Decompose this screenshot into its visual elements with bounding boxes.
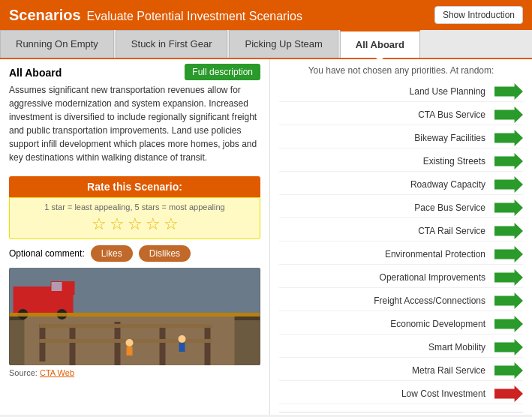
arrow-green-icon — [494, 106, 523, 123]
priority-row: CTA Rail Service — [279, 221, 523, 242]
star-5[interactable]: ☆ — [164, 214, 179, 234]
priority-label: CTA Bus Service — [279, 110, 494, 120]
arrow-green-icon — [494, 83, 523, 100]
arrow-green-icon — [494, 176, 523, 193]
priority-row: Pace Bus Service — [279, 198, 523, 218]
stars-hint: 1 star = least appealing, 5 stars = most… — [14, 202, 255, 212]
priority-row: Metra Rail Service — [279, 361, 523, 381]
legend-row: Less Emphasis More Emphasis — [279, 412, 523, 415]
priority-label: Operational Improvements — [279, 272, 494, 283]
priority-label: Environmental Protection — [279, 249, 494, 260]
arrow-green-icon — [494, 223, 523, 239]
svg-point-16 — [126, 339, 134, 346]
dislikes-button[interactable]: Dislikes — [139, 245, 191, 262]
arrow-red-icon — [494, 386, 523, 402]
arrow-green-icon — [494, 316, 523, 332]
tab-stuck-in-first-gear[interactable]: Stuck in First Gear — [116, 30, 228, 58]
priority-row: Bikeway Facilities — [279, 128, 523, 148]
header: Scenarios Evaluate Potential Investment … — [0, 0, 532, 30]
priority-label: Low Cost Investment — [279, 388, 494, 399]
cta-web-link[interactable]: CTA Web — [40, 368, 74, 377]
svg-rect-17 — [127, 346, 133, 356]
priority-row: Smart Mobility — [279, 338, 523, 358]
svg-rect-6 — [115, 322, 121, 365]
priority-label: Pace Bus Service — [279, 202, 494, 213]
priority-label: CTA Rail Service — [279, 226, 494, 236]
svg-rect-8 — [205, 325, 211, 365]
arrow-green-icon — [494, 200, 523, 216]
show-introduction-button[interactable]: Show Introduction — [434, 6, 523, 24]
svg-rect-5 — [70, 328, 76, 365]
star-2[interactable]: ☆ — [110, 214, 125, 234]
priority-label: Smart Mobility — [279, 342, 494, 352]
priority-row: Land Use Planning — [279, 82, 523, 102]
priority-row: Existing Streets — [279, 152, 523, 172]
priority-label: Economic Development — [279, 319, 494, 329]
star-1[interactable]: ☆ — [92, 214, 107, 234]
svg-rect-10 — [40, 339, 212, 343]
arrow-green-icon — [494, 246, 523, 262]
svg-rect-13 — [52, 282, 62, 291]
priority-row: Operational Improvements — [279, 268, 523, 288]
page-subtitle: Evaluate Potential Investment Scenarios — [87, 10, 302, 23]
page-title: Scenarios — [9, 7, 81, 24]
arrow-green-icon — [494, 339, 523, 356]
optional-comment-label: Optional comment: — [9, 248, 85, 259]
priority-row: CTA Bus Service — [279, 105, 523, 125]
priority-row-low-cost: Low Cost Investment — [279, 384, 523, 404]
comment-row: Optional comment: Likes Dislikes — [9, 245, 260, 262]
priority-row: Economic Development — [279, 314, 523, 334]
priority-row: Freight Access/Connections — [279, 291, 523, 311]
svg-point-18 — [179, 335, 186, 343]
arrow-green-icon — [494, 362, 523, 379]
stars-box: 1 star = least appealing, 5 stars = most… — [9, 197, 260, 239]
full-description-button[interactable]: Full description — [185, 64, 260, 80]
source-text: Source: CTA Web — [9, 368, 260, 377]
star-4[interactable]: ☆ — [146, 214, 161, 234]
svg-rect-19 — [179, 343, 185, 352]
main-content: Full description All Aboard Assumes sign… — [0, 59, 532, 415]
star-rating[interactable]: ☆ ☆ ☆ ☆ ☆ — [14, 214, 255, 234]
tab-picking-up-steam[interactable]: Picking Up Steam — [229, 30, 338, 58]
tab-all-aboard[interactable]: All Aboard — [340, 30, 420, 58]
tab-bar: Running On Empty Stuck in First Gear Pic… — [0, 30, 532, 59]
svg-rect-20 — [10, 313, 260, 316]
rate-scenario-label: Rate this Scenario: — [9, 176, 260, 197]
arrow-green-icon — [494, 269, 523, 286]
scenario-description: Assumes significant new transportation r… — [9, 83, 260, 164]
svg-rect-9 — [40, 324, 212, 328]
priority-row: Roadway Capacity — [279, 175, 523, 195]
priority-label: Metra Rail Service — [279, 365, 494, 376]
scenario-photo — [9, 268, 260, 365]
left-panel: Full description All Aboard Assumes sign… — [0, 59, 270, 415]
priority-label: Freight Access/Connections — [279, 296, 494, 306]
priority-label: Land Use Planning — [279, 86, 494, 97]
right-panel: You have not chosen any priorities. At r… — [270, 59, 532, 415]
svg-rect-7 — [160, 326, 166, 365]
priority-label: Roadway Capacity — [279, 179, 494, 190]
priority-label: Existing Streets — [279, 156, 494, 166]
arrow-green-icon — [494, 153, 523, 170]
arrow-green-icon — [494, 292, 523, 309]
priority-label: Bikeway Facilities — [279, 133, 494, 143]
priority-list: Land Use Planning CTA Bus Service Bikewa… — [279, 82, 523, 404]
arrow-green-icon — [494, 130, 523, 146]
priority-row: Environmental Protection — [279, 244, 523, 265]
star-3[interactable]: ☆ — [128, 214, 143, 234]
random-note: You have not chosen any priorities. At r… — [279, 65, 523, 76]
tab-running-on-empty[interactable]: Running On Empty — [0, 30, 114, 58]
likes-button[interactable]: Likes — [91, 245, 133, 262]
